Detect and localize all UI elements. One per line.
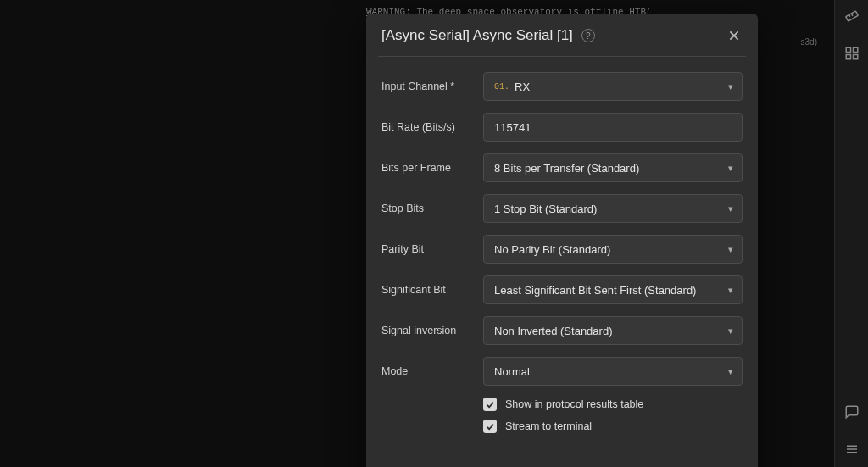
show-in-table-label: Show in protocol results table	[505, 398, 643, 410]
svg-rect-5	[846, 55, 850, 59]
significant-bit-value: Least Significant Bit Sent First (Standa…	[494, 284, 696, 297]
bits-per-frame-select[interactable]: 8 Bits per Transfer (Standard) ▾	[483, 153, 743, 182]
input-channel-value: RX	[515, 81, 530, 93]
bit-rate-label: Bit Rate (Bits/s)	[381, 121, 483, 133]
stop-bits-select[interactable]: 1 Stop Bit (Standard) ▾	[483, 194, 743, 223]
mode-label: Mode	[381, 365, 483, 377]
svg-line-2	[852, 14, 853, 16]
stop-bits-label: Stop Bits	[381, 203, 483, 214]
signal-inversion-label: Signal inversion	[381, 325, 483, 336]
menu-icon[interactable]	[843, 440, 861, 459]
bit-rate-input-wrapper	[483, 113, 743, 142]
right-toolbar	[834, 0, 868, 467]
mode-value: Normal	[494, 365, 530, 378]
dialog-footer: Reset Cancel Save	[366, 459, 758, 467]
background-meta-text: s3d)	[801, 37, 817, 47]
help-icon[interactable]: ?	[581, 29, 595, 42]
svg-line-1	[849, 15, 850, 17]
parity-bit-value: No Parity Bit (Standard)	[494, 243, 610, 256]
close-icon[interactable]	[726, 27, 743, 44]
dialog-body: Input Channel * 01. RX ▾ Bit Rate (Bits/…	[366, 57, 758, 442]
svg-rect-6	[853, 55, 857, 59]
signal-inversion-value: Non Inverted (Standard)	[494, 325, 612, 337]
chevron-down-icon: ▾	[728, 366, 733, 377]
chevron-down-icon: ▾	[728, 203, 733, 214]
analyzer-settings-dialog: [Async Serial] Async Serial [1] ? Input …	[366, 14, 758, 467]
chevron-down-icon: ▾	[728, 244, 733, 255]
significant-bit-select[interactable]: Least Significant Bit Sent First (Standa…	[483, 275, 743, 304]
dialog-title: [Async Serial] Async Serial [1]	[381, 27, 573, 44]
stop-bits-value: 1 Stop Bit (Standard)	[494, 203, 597, 215]
parity-bit-select[interactable]: No Parity Bit (Standard) ▾	[483, 235, 743, 264]
channel-index-chip: 01.	[494, 82, 509, 92]
dialog-header: [Async Serial] Async Serial [1] ?	[366, 14, 758, 56]
input-channel-label: Input Channel *	[381, 81, 483, 92]
svg-rect-3	[846, 47, 850, 52]
bits-per-frame-label: Bits per Frame	[381, 162, 483, 174]
bits-per-frame-value: 8 Bits per Transfer (Standard)	[494, 162, 639, 175]
chevron-down-icon: ▾	[728, 163, 733, 174]
comment-icon[interactable]	[843, 403, 861, 421]
show-in-table-checkbox[interactable]	[483, 398, 497, 411]
svg-rect-4	[853, 47, 857, 52]
chevron-down-icon: ▾	[728, 81, 733, 92]
bit-rate-input[interactable]	[494, 121, 732, 134]
signal-inversion-select[interactable]: Non Inverted (Standard) ▾	[483, 316, 743, 345]
chevron-down-icon: ▾	[728, 325, 733, 336]
chevron-down-icon: ▾	[728, 285, 733, 296]
input-channel-select[interactable]: 01. RX ▾	[483, 72, 743, 101]
grid-icon[interactable]	[843, 44, 861, 63]
mode-select[interactable]: Normal ▾	[483, 357, 743, 386]
parity-bit-label: Parity Bit	[381, 243, 483, 255]
ruler-icon[interactable]	[843, 7, 861, 25]
significant-bit-label: Significant Bit	[381, 284, 483, 296]
stream-terminal-checkbox[interactable]	[483, 420, 497, 433]
stream-terminal-label: Stream to terminal	[505, 420, 592, 432]
